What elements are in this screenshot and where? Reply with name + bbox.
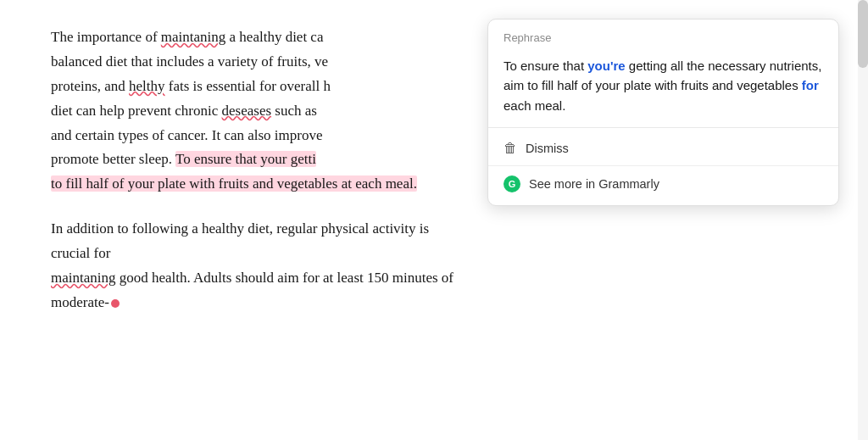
spell-error-helthy: helthy bbox=[129, 78, 165, 94]
text-segment: In addition to following a healthy diet,… bbox=[51, 220, 429, 261]
text-segment: promote better sleep. bbox=[51, 151, 175, 167]
text-segment: a healthy diet ca bbox=[225, 29, 323, 45]
text-segment: fats is essential for overall h bbox=[165, 78, 331, 94]
rephrase-popup: Rephrase To ensure that you're getting a… bbox=[487, 19, 839, 206]
trash-icon: 🗑 bbox=[504, 141, 517, 156]
document-text: The importance of maintaning a healthy d… bbox=[0, 0, 492, 440]
highlighted-sentence-2: to fill half of your plate with fruits a… bbox=[51, 175, 417, 192]
text-segment: diet can help prevent chronic bbox=[51, 103, 222, 119]
rephrase-content: To ensure that you're getting all the ne… bbox=[488, 51, 838, 128]
rephrase-bold-youre: you're bbox=[587, 58, 625, 73]
text-segment: proteins, and bbox=[51, 78, 129, 94]
scrollbar-track[interactable] bbox=[858, 0, 868, 440]
red-dot-indicator bbox=[111, 299, 120, 308]
popup-header: Rephrase bbox=[488, 19, 838, 51]
spell-error-maintaning-1: maintaning bbox=[161, 29, 225, 45]
spell-error-maintaning-2: maintaning bbox=[51, 270, 115, 286]
text-segment: The importance of bbox=[51, 29, 161, 45]
grammarly-circle-icon: G bbox=[504, 175, 520, 192]
paragraph-1: The importance of maintaning a healthy d… bbox=[51, 25, 466, 197]
highlighted-sentence: To ensure that your getti bbox=[175, 151, 316, 167]
dismiss-button[interactable]: 🗑 Dismiss bbox=[488, 131, 838, 165]
dismiss-label: Dismiss bbox=[526, 142, 569, 155]
rephrase-bold-for: for bbox=[802, 78, 819, 92]
popup-actions: 🗑 Dismiss G See more in Grammarly bbox=[488, 128, 838, 205]
rephrase-text-after: each meal. bbox=[504, 98, 565, 113]
see-more-grammarly-button[interactable]: G See more in Grammarly bbox=[488, 166, 838, 202]
paragraph-2: In addition to following a healthy diet,… bbox=[51, 217, 466, 315]
text-segment: such as bbox=[271, 103, 317, 119]
rephrase-text-before: To ensure that bbox=[504, 58, 587, 73]
spell-error-deseases: deseases bbox=[222, 103, 272, 119]
grammarly-icon: G bbox=[504, 175, 520, 192]
scrollbar-thumb[interactable] bbox=[858, 0, 868, 68]
text-segment: balanced diet that includes a variety of… bbox=[51, 53, 328, 70]
rephrase-label: Rephrase bbox=[504, 31, 551, 44]
text-segment: and certain types of cancer. It can also… bbox=[51, 127, 323, 143]
grammarly-label: See more in Grammarly bbox=[529, 177, 659, 191]
